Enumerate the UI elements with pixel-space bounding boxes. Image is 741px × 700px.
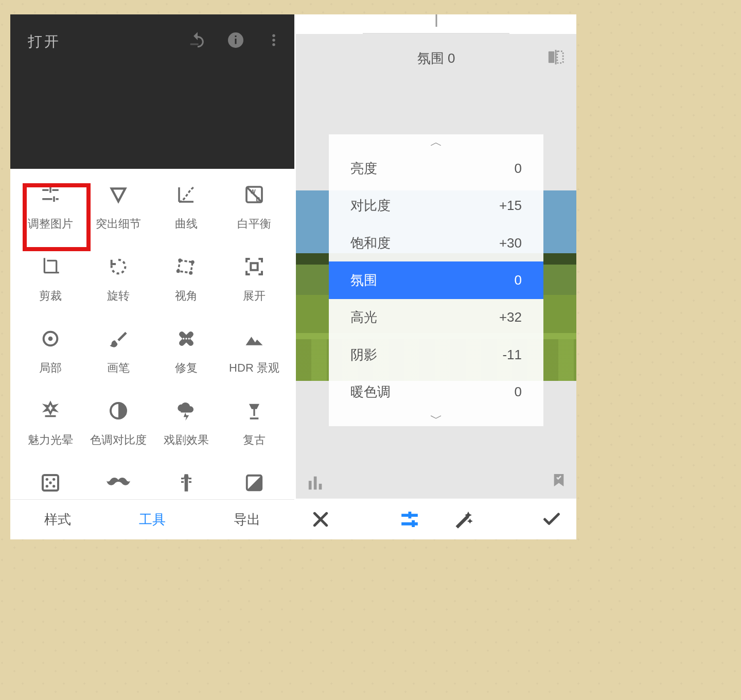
tool-tonal-contrast[interactable]: 色调对比度 <box>84 398 152 448</box>
param-row-2[interactable]: 饱和度+30 <box>329 224 543 261</box>
adjust-sliders-button[interactable] <box>398 508 421 531</box>
chevron-up-icon: ︿ <box>329 134 543 150</box>
tool-label: 魅力光晕 <box>28 432 73 448</box>
lamp-icon <box>242 398 267 423</box>
tab-styles[interactable]: 样式 <box>44 511 71 529</box>
tool-label: 调整图片 <box>28 216 73 232</box>
svg-rect-29 <box>557 51 563 63</box>
guitar-head-icon <box>174 470 199 495</box>
cloud-bolt-icon <box>174 398 199 423</box>
tool-label: 修复 <box>175 360 198 376</box>
svg-rect-33 <box>319 484 322 489</box>
undo-stack-icon[interactable] <box>186 29 209 51</box>
svg-point-26 <box>52 485 55 487</box>
curves-icon <box>174 182 199 207</box>
tool-label: HDR 景观 <box>229 360 279 376</box>
param-value: +30 <box>499 235 522 251</box>
svg-point-4 <box>272 39 275 42</box>
svg-rect-31 <box>309 481 312 489</box>
svg-point-5 <box>272 43 275 46</box>
confirm-button[interactable] <box>540 508 563 531</box>
param-row-1[interactable]: 对比度+15 <box>329 187 543 224</box>
crop-icon <box>38 254 63 279</box>
tab-tools[interactable]: 工具 <box>139 511 166 529</box>
bandage-icon <box>174 326 199 351</box>
svg-point-22 <box>46 478 48 481</box>
tool-crop[interactable]: 剪裁 <box>16 254 84 304</box>
current-param-title: 氛围 0 <box>296 49 576 67</box>
tool-label: 局部 <box>39 360 62 376</box>
param-row-4[interactable]: 高光+32 <box>329 299 543 336</box>
tool-curves[interactable]: 曲线 <box>152 182 220 232</box>
param-panel[interactable]: ︿ 亮度0对比度+15饱和度+30氛围0高光+32阴影-11暖色调0 ﹀ <box>329 134 543 426</box>
tool-label: 剪裁 <box>39 288 62 304</box>
mustache-icon <box>106 470 131 495</box>
param-row-3[interactable]: 氛围0 <box>329 261 543 299</box>
svg-rect-1 <box>235 39 237 44</box>
tool-drama[interactable]: 戏剧效果 <box>152 398 220 448</box>
param-value: 0 <box>515 161 522 177</box>
film-grain-icon <box>38 470 63 495</box>
param-row-5[interactable]: 阴影-11 <box>329 336 543 373</box>
mountains-icon <box>242 326 267 351</box>
tool-label: 突出细节 <box>96 216 141 232</box>
param-row-0[interactable]: 亮度0 <box>329 150 543 187</box>
svg-rect-30 <box>555 50 557 64</box>
param-name: 亮度 <box>350 160 377 178</box>
tool-healing[interactable]: 修复 <box>152 326 220 376</box>
expand-icon <box>242 254 267 279</box>
glow-icon <box>38 398 63 423</box>
chevron-down-icon: ﹀ <box>329 411 543 426</box>
param-value: 0 <box>515 272 522 288</box>
bw-square-icon <box>242 470 267 495</box>
param-row-6[interactable]: 暖色调0 <box>329 374 543 411</box>
tool-hdr[interactable]: HDR 景观 <box>220 326 288 376</box>
tool-label: 复古 <box>243 432 266 448</box>
tool-tune[interactable]: 调整图片 <box>16 182 84 232</box>
tool-expand[interactable]: 展开 <box>220 254 288 304</box>
wb-icon: WB <box>242 182 267 207</box>
svg-point-23 <box>52 478 55 481</box>
tool-white-balance[interactable]: WB 白平衡 <box>220 182 288 232</box>
open-button-label[interactable]: 打开 <box>28 32 61 51</box>
more-icon[interactable] <box>262 29 285 51</box>
svg-point-11 <box>177 269 180 273</box>
rotate-icon <box>106 254 131 279</box>
tool-label: 色调对比度 <box>90 432 147 448</box>
svg-point-9 <box>178 258 182 262</box>
svg-point-24 <box>49 481 51 484</box>
tool-rotate[interactable]: 旋转 <box>84 254 152 304</box>
compare-icon[interactable] <box>545 48 566 66</box>
tool-details[interactable]: 突出细节 <box>84 182 152 232</box>
tool-vintage[interactable]: 复古 <box>220 398 288 448</box>
tab-export[interactable]: 导出 <box>234 511 260 529</box>
tool-label: 画笔 <box>107 360 130 376</box>
svg-point-25 <box>46 485 48 487</box>
magic-wand-button[interactable] <box>452 508 474 531</box>
tool-label: 旋转 <box>107 288 130 304</box>
param-name: 高光 <box>350 308 377 326</box>
left-screenshot: 打开 调整图片 <box>10 14 296 539</box>
slider-ruler[interactable] <box>296 14 576 34</box>
target-icon <box>38 326 63 351</box>
brush-icon <box>106 326 131 351</box>
tool-selective[interactable]: 局部 <box>16 326 84 376</box>
svg-point-17 <box>185 338 187 340</box>
param-value: +15 <box>499 198 522 214</box>
param-name: 氛围 <box>350 271 377 289</box>
svg-point-18 <box>183 338 185 340</box>
edit-canvas: 氛围 0 ︿ 亮度0对比度+15饱和度+30氛围0高光+32阴影-11暖色调0 … <box>296 34 576 498</box>
tool-brush[interactable]: 画笔 <box>84 326 152 376</box>
bookmark-icon[interactable] <box>551 470 567 492</box>
svg-rect-32 <box>314 477 317 490</box>
histogram-icon[interactable] <box>305 474 327 491</box>
param-value: +32 <box>499 309 522 325</box>
triangle-down-icon <box>106 182 131 207</box>
info-icon[interactable] <box>224 29 247 51</box>
tool-glamour[interactable]: 魅力光晕 <box>16 398 84 448</box>
tool-label: 曲线 <box>175 216 198 232</box>
cancel-button[interactable] <box>309 508 332 531</box>
param-name: 阴影 <box>350 346 377 364</box>
svg-point-10 <box>191 260 195 264</box>
tool-perspective[interactable]: 视角 <box>152 254 220 304</box>
